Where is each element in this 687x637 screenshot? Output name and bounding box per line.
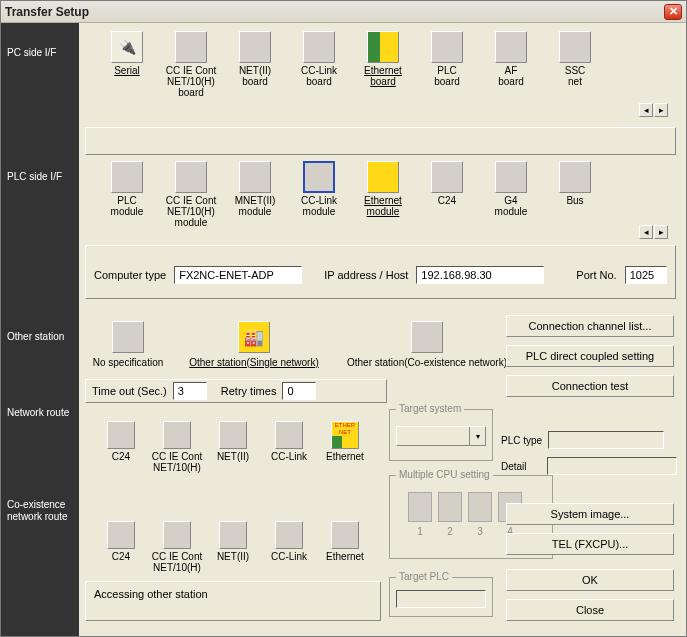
coexist-label: NET(II) [217, 551, 249, 562]
status-text: Accessing other station [94, 588, 208, 600]
other-coexist[interactable] [411, 321, 443, 353]
route-label: C24 [112, 451, 130, 462]
scroll-left-icon[interactable]: ◂ [639, 225, 653, 239]
computer-type-input[interactable] [174, 266, 302, 284]
pc-if-netii[interactable] [239, 31, 271, 63]
cpu-num: 1 [408, 526, 432, 537]
tel-fxcpu-button[interactable]: TEL (FXCPU)... [506, 533, 674, 555]
coexist-netii[interactable] [219, 521, 247, 549]
connection-channel-list-button[interactable]: Connection channel list... [506, 315, 674, 337]
port-label: Port No. [576, 269, 616, 281]
route-label: NET(II) [217, 451, 249, 462]
coexist-c24[interactable] [107, 521, 135, 549]
coexist-ethernet[interactable] [331, 521, 359, 549]
route-label: CC-Link [271, 451, 307, 462]
pc-if-label: CC IE Cont [166, 65, 217, 76]
sidebar-pc-side: PC side I/F [1, 43, 79, 63]
cpu-slot-3[interactable] [468, 492, 492, 522]
coexist-label: Ethernet [326, 551, 364, 562]
pc-if-cclink[interactable] [303, 31, 335, 63]
pc-if-label: NET(II) [239, 65, 271, 76]
detail-field [547, 457, 677, 475]
target-plc-field [396, 590, 486, 608]
detail-label: Detail [501, 461, 527, 472]
plc-if-mnetii[interactable] [239, 161, 271, 193]
route-ethernet[interactable]: ETHER NET [331, 421, 359, 449]
window-title: Transfer Setup [5, 5, 89, 19]
coexist-label: CC IE Cont [152, 551, 203, 562]
multiple-cpu-label: Multiple CPU setting [396, 469, 493, 480]
retry-input[interactable] [282, 382, 316, 400]
plc-if-label: MNET(II) [235, 195, 276, 206]
plc-if-label: PLC [117, 195, 136, 206]
route-cclink[interactable] [275, 421, 303, 449]
pc-if-label: SSC [565, 65, 586, 76]
pc-if-strip [85, 127, 676, 155]
coexist-label: CC-Link [271, 551, 307, 562]
sidebar-coexist-route: Co-existence network route [1, 495, 79, 527]
chevron-down-icon[interactable]: ▾ [469, 427, 485, 445]
close-button[interactable]: Close [506, 599, 674, 621]
plc-if-bus[interactable] [559, 161, 591, 193]
coexist-label: C24 [112, 551, 130, 562]
coexist-ccie[interactable] [163, 521, 191, 549]
system-image-button[interactable]: System image... [506, 503, 674, 525]
port-input[interactable] [625, 266, 667, 284]
plc-if-cclink[interactable] [303, 161, 335, 193]
route-netii[interactable] [219, 421, 247, 449]
sidebar: PC side I/F PLC side I/F Other station N… [1, 23, 79, 636]
connection-test-button[interactable]: Connection test [506, 375, 674, 397]
plc-if-plc[interactable] [111, 161, 143, 193]
pc-if-ssc[interactable] [559, 31, 591, 63]
cpu-slot-1[interactable] [408, 492, 432, 522]
plc-if-label: Ethernet [364, 195, 402, 206]
status-panel: Accessing other station [85, 581, 381, 621]
ok-button[interactable]: OK [506, 569, 674, 591]
ip-input[interactable] [416, 266, 544, 284]
coexist-cclink[interactable] [275, 521, 303, 549]
timeout-label: Time out (Sec.) [92, 385, 167, 397]
scroll-right-icon[interactable]: ▸ [654, 103, 668, 117]
pc-if-ethernet[interactable] [367, 31, 399, 63]
plc-if-label: C24 [438, 195, 456, 206]
plc-direct-coupled-button[interactable]: PLC direct coupled setting [506, 345, 674, 367]
plc-if-label: Bus [566, 195, 583, 206]
target-system-select[interactable]: ▾ [396, 426, 486, 446]
scroll-left-icon[interactable]: ◂ [639, 103, 653, 117]
other-none[interactable] [112, 321, 144, 353]
target-system-label: Target system [396, 403, 464, 414]
plc-if-ccie[interactable] [175, 161, 207, 193]
plc-settings-panel: Computer type IP address / Host Port No. [85, 245, 676, 299]
pc-if-plc[interactable] [431, 31, 463, 63]
cpu-num: 2 [438, 526, 462, 537]
target-plc-label: Target PLC [396, 571, 452, 582]
timing-panel: Time out (Sec.) Retry times [85, 379, 387, 403]
route-label: Ethernet [326, 451, 364, 462]
other-label: Other station(Single network) [189, 357, 319, 368]
pc-if-label: CC-Link [301, 65, 337, 76]
other-single[interactable]: 🏭 [238, 321, 270, 353]
timeout-input[interactable] [173, 382, 207, 400]
route-ccie[interactable] [163, 421, 191, 449]
plc-type-label: PLC type [501, 435, 542, 446]
route-label: CC IE Cont [152, 451, 203, 462]
sidebar-other-station: Other station [1, 327, 79, 347]
plc-if-label: G4 [504, 195, 517, 206]
pc-if-serial[interactable]: 🔌 [111, 31, 143, 63]
close-icon[interactable]: ✕ [664, 4, 682, 20]
sidebar-plc-side: PLC side I/F [1, 167, 79, 187]
pc-if-ccie[interactable] [175, 31, 207, 63]
plc-if-label: CC IE Cont [166, 195, 217, 206]
plc-type-field [548, 431, 664, 449]
plc-if-g4[interactable] [495, 161, 527, 193]
pc-if-af[interactable] [495, 31, 527, 63]
cpu-slot-2[interactable] [438, 492, 462, 522]
other-label: Other station(Co-existence network) [347, 357, 507, 368]
plc-if-ethernet[interactable] [367, 161, 399, 193]
plc-if-c24[interactable] [431, 161, 463, 193]
retry-label: Retry times [221, 385, 277, 397]
pc-if-row: 🔌Serial CC IE ContNET/10(H)board NET(II)… [95, 31, 680, 98]
scroll-right-icon[interactable]: ▸ [654, 225, 668, 239]
pc-if-label: AF [505, 65, 518, 76]
route-c24[interactable] [107, 421, 135, 449]
